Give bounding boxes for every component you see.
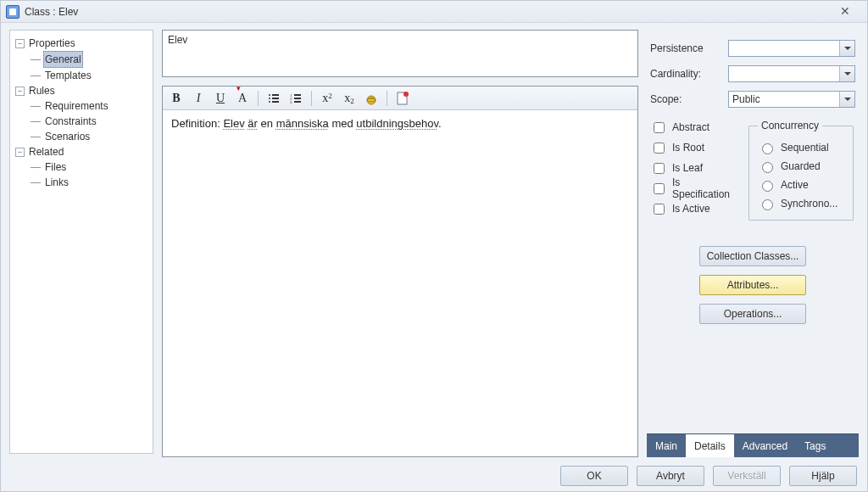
scope-row: Scope: Public <box>650 89 855 109</box>
superscript-button[interactable]: x2 <box>317 89 337 108</box>
tree-node-files[interactable]: — Files <box>29 159 149 175</box>
is-specification-checkbox[interactable]: Is Specification <box>650 181 738 196</box>
svg-point-4 <box>269 101 270 103</box>
tree-node-rules[interactable]: − Rules <box>14 83 149 98</box>
tab-tags[interactable]: Tags <box>796 434 834 457</box>
italic-button[interactable]: I <box>188 89 209 108</box>
cardinality-select[interactable] <box>728 65 855 82</box>
ok-button[interactable]: OK <box>560 466 628 486</box>
main-panel: Elev B I U ▾ A <box>162 30 638 457</box>
side-tabs: Main Details Advanced Tags <box>647 433 859 457</box>
definition-label: Definition: <box>171 117 220 130</box>
svg-rect-5 <box>272 101 279 103</box>
tree-node-general[interactable]: — General <box>29 51 149 68</box>
window: Class : Elev ✕ − Properties — General — … <box>0 0 868 492</box>
collection-classes-button[interactable]: Collection Classes... <box>699 246 806 266</box>
svg-point-0 <box>269 94 270 96</box>
help-button[interactable]: Hjälp <box>789 466 857 486</box>
tree-bullet-icon: — <box>31 114 41 129</box>
numbered-list-button[interactable]: 123 <box>286 89 306 108</box>
cancel-button[interactable]: Avbryt <box>637 466 704 486</box>
bold-button[interactable]: B <box>166 89 186 108</box>
window-title: Class : Elev <box>25 6 78 18</box>
definition-period: . <box>438 117 442 130</box>
description-panel: B I U ▾ A <box>162 86 638 457</box>
tree-node-related[interactable]: − Related <box>14 144 149 159</box>
subscript-button[interactable]: x2 <box>339 89 359 108</box>
name-value: Elev <box>168 34 187 46</box>
svg-rect-11 <box>294 101 301 103</box>
flags-checkbox-group: Abstract Is Root Is Leaf Is Specificatio… <box>650 120 738 221</box>
app-icon <box>6 5 19 19</box>
concurrency-group: Concurrency Sequential Guarded Active Sy… <box>748 120 854 221</box>
description-editor[interactable]: Definition: Elev är en mānnsiska med utb… <box>163 110 637 456</box>
definition-word: en <box>261 117 273 130</box>
tree-bullet-icon: — <box>31 159 41 175</box>
svg-rect-1 <box>272 94 279 96</box>
svg-rect-9 <box>294 98 301 99</box>
toolbar-separator <box>258 91 259 106</box>
attributes-button[interactable]: Attributes... <box>699 275 806 295</box>
tree-node-scenarios[interactable]: — Scenarios <box>29 129 149 144</box>
is-active-checkbox[interactable]: Is Active <box>650 201 738 216</box>
collapse-icon[interactable]: − <box>15 148 25 157</box>
tree-node-constraints[interactable]: — Constraints <box>29 114 149 129</box>
font-color-button[interactable]: ▾ A <box>232 89 253 108</box>
titlebar: Class : Elev ✕ <box>1 1 867 23</box>
tree-bullet-icon: — <box>31 52 41 67</box>
persistence-row: Persistence <box>650 38 855 59</box>
dropdown-icon[interactable] <box>839 41 854 56</box>
scope-select[interactable]: Public <box>728 91 855 108</box>
nav-tree: − Properties — General — Templates − Rul… <box>9 30 153 454</box>
tab-main[interactable]: Main <box>647 434 686 457</box>
close-button[interactable]: ✕ <box>828 3 862 20</box>
tree-node-links[interactable]: — Links <box>29 175 149 190</box>
sequential-radio[interactable]: Sequential <box>758 138 846 157</box>
definition-word: med <box>331 117 353 130</box>
svg-rect-3 <box>272 98 279 99</box>
cardinality-row: Cardinality: <box>650 64 855 84</box>
collapse-icon[interactable]: − <box>15 87 25 96</box>
scope-label: Scope: <box>650 93 721 105</box>
svg-rect-7 <box>294 94 301 96</box>
definition-word: utbildningsbehov <box>356 117 438 130</box>
definition-word: mānnsiska <box>276 117 329 130</box>
new-document-button[interactable] <box>392 89 413 108</box>
tree-bullet-icon: — <box>31 129 41 144</box>
hyperlink-button[interactable] <box>361 89 381 108</box>
active-radio[interactable]: Active <box>758 176 846 194</box>
scope-value: Public <box>732 93 760 105</box>
tree-node-requirements[interactable]: — Requirements <box>29 98 149 114</box>
synchrono-radio[interactable]: Synchrono... <box>758 194 846 213</box>
dropdown-icon[interactable] <box>839 92 854 107</box>
collapse-icon[interactable]: − <box>15 39 25 48</box>
tree-node-templates[interactable]: — Templates <box>29 68 149 83</box>
tab-details[interactable]: Details <box>686 434 734 457</box>
tab-advanced[interactable]: Advanced <box>734 434 796 457</box>
definition-word: är <box>248 117 258 130</box>
persistence-label: Persistence <box>650 42 721 54</box>
dialog-buttons: OK Avbryt Verkställ Hjälp <box>1 461 867 491</box>
guarded-radio[interactable]: Guarded <box>758 157 846 176</box>
is-leaf-checkbox[interactable]: Is Leaf <box>650 160 738 176</box>
abstract-checkbox[interactable]: Abstract <box>650 120 738 135</box>
svg-point-2 <box>269 98 270 99</box>
tree-bullet-icon: — <box>31 98 41 114</box>
rich-text-toolbar: B I U ▾ A <box>163 87 637 110</box>
apply-button[interactable]: Verkställ <box>713 466 781 486</box>
bullet-list-button[interactable] <box>264 89 284 108</box>
toolbar-separator <box>387 91 387 106</box>
dropdown-icon[interactable] <box>839 66 854 81</box>
concurrency-label: Concurrency <box>758 120 822 131</box>
tree-bullet-icon: — <box>31 68 41 83</box>
cardinality-label: Cardinality: <box>650 68 721 80</box>
is-root-checkbox[interactable]: Is Root <box>650 140 738 155</box>
svg-point-16 <box>403 92 409 97</box>
svg-text:3: 3 <box>290 100 292 104</box>
underline-button[interactable]: U <box>210 89 231 108</box>
toolbar-separator <box>311 91 312 106</box>
tree-node-properties[interactable]: − Properties <box>14 36 149 51</box>
name-input[interactable]: Elev <box>162 30 638 77</box>
persistence-select[interactable] <box>728 40 855 57</box>
operations-button[interactable]: Operations... <box>699 304 806 324</box>
